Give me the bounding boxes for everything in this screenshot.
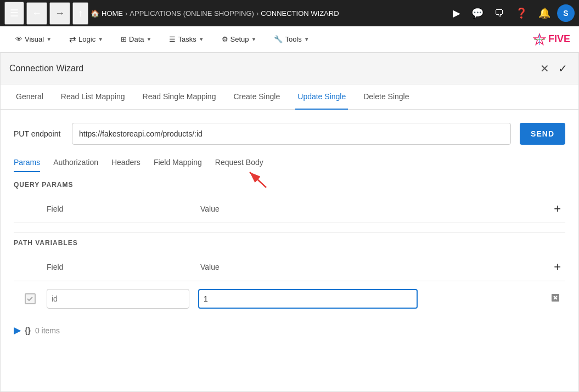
toolbar-logic[interactable]: ⇄ Logic ▼ bbox=[63, 30, 110, 49]
panel-header: Connection Wizard ✕ ✓ bbox=[1, 53, 578, 84]
up-icon[interactable]: ↑ bbox=[72, 2, 88, 25]
path-variables-section: PATH VARIABLES Field Value + bbox=[14, 232, 565, 312]
section-divider bbox=[14, 232, 565, 232]
five-star-icon bbox=[533, 33, 546, 46]
breadcrumb-sep-2: › bbox=[256, 9, 258, 18]
send-button[interactable]: SEND bbox=[520, 123, 565, 145]
row-checkbox[interactable] bbox=[25, 293, 36, 304]
tab-create-single[interactable]: Create Single bbox=[231, 84, 282, 110]
panel-header-icons: ✕ ✓ bbox=[538, 60, 570, 77]
eye-icon: 👁 bbox=[15, 35, 23, 43]
query-params-table-header: Field Value + bbox=[14, 195, 565, 223]
check-icon[interactable]: ✓ bbox=[556, 60, 570, 77]
tasks-icon: ☰ bbox=[169, 35, 176, 43]
endpoint-input[interactable] bbox=[72, 123, 511, 145]
panel-body: PUT endpoint SEND Params Authorization H… bbox=[1, 110, 578, 391]
path-value-header: Value bbox=[200, 263, 549, 271]
grid-icon: ⊞ bbox=[121, 35, 127, 43]
checkbox-check-icon bbox=[26, 295, 34, 303]
breadcrumb-sep-1: › bbox=[125, 9, 127, 18]
home-icon: 🏠 bbox=[91, 9, 99, 18]
delete-icon bbox=[550, 292, 561, 303]
menu-icon[interactable]: ☰ bbox=[4, 2, 24, 25]
subtab-params[interactable]: Params bbox=[14, 158, 40, 172]
endpoint-row: PUT endpoint SEND bbox=[14, 123, 565, 145]
forward-icon[interactable]: → bbox=[49, 2, 70, 25]
breadcrumb-app[interactable]: APPLICATIONS (ONLINE SHOPPING) bbox=[130, 9, 254, 18]
query-value-header: Value bbox=[200, 204, 549, 213]
gear-icon: ⚙ bbox=[222, 35, 228, 43]
toolbar-data[interactable]: ⊞ Data ▼ bbox=[114, 31, 158, 48]
panel-title: Connection Wizard bbox=[9, 64, 83, 73]
tasks-dropdown-arrow: ▼ bbox=[199, 36, 204, 42]
table-row bbox=[14, 286, 565, 312]
delete-row-button[interactable] bbox=[546, 290, 565, 308]
add-query-param-button[interactable]: + bbox=[549, 200, 565, 218]
subtab-request-body[interactable]: Request Body bbox=[215, 158, 263, 172]
json-items-count: 0 items bbox=[35, 326, 60, 335]
path-field-header: Field bbox=[47, 263, 200, 271]
logic-icon: ⇄ bbox=[69, 35, 76, 44]
notification-icon[interactable]: 🔔 bbox=[534, 3, 555, 24]
avatar[interactable]: S bbox=[557, 4, 575, 22]
toolbar-tasks[interactable]: ☰ Tasks ▼ bbox=[162, 31, 210, 48]
breadcrumb: 🏠 HOME › APPLICATIONS (ONLINE SHOPPING) … bbox=[91, 9, 339, 18]
subtab-authorization[interactable]: Authorization bbox=[53, 158, 98, 172]
back-icon[interactable]: ← bbox=[26, 2, 47, 25]
path-field-input[interactable] bbox=[47, 289, 189, 309]
sub-tabs: Params Authorization Headers Field Mappi… bbox=[14, 158, 565, 172]
json-braces-icon: {} bbox=[25, 326, 31, 335]
expand-icon[interactable]: ▶ bbox=[14, 325, 20, 336]
data-dropdown-arrow: ▼ bbox=[147, 36, 152, 42]
toolbar-visual[interactable]: 👁 Visual ▼ bbox=[9, 31, 58, 48]
toolbar-setup[interactable]: ⚙ Setup ▼ bbox=[215, 31, 263, 48]
toolbar-tools-label: Tools bbox=[285, 35, 301, 43]
message-icon[interactable]: 🗨 bbox=[490, 3, 509, 24]
play-icon[interactable]: ▶ bbox=[448, 3, 465, 24]
setup-dropdown-arrow: ▼ bbox=[251, 36, 257, 42]
subtab-field-mapping[interactable]: Field Mapping bbox=[154, 158, 202, 172]
query-params-header: QUERY PARAMS bbox=[14, 181, 565, 189]
path-variables-table-header: Field Value + bbox=[14, 253, 565, 281]
tab-general[interactable]: General bbox=[14, 84, 46, 110]
main-toolbar: 👁 Visual ▼ ⇄ Logic ▼ ⊞ Data ▼ ☰ Tasks ▼ … bbox=[0, 26, 579, 53]
tab-delete-single[interactable]: Delete Single bbox=[361, 84, 411, 110]
tools-icon: 🔧 bbox=[274, 35, 283, 43]
subtab-headers[interactable]: Headers bbox=[111, 158, 140, 172]
logic-dropdown-arrow: ▼ bbox=[98, 36, 103, 42]
toolbar-data-label: Data bbox=[129, 35, 144, 43]
add-path-variable-button[interactable]: + bbox=[549, 258, 565, 276]
tab-update-single[interactable]: Update Single bbox=[295, 84, 348, 110]
visual-dropdown-arrow: ▼ bbox=[46, 36, 52, 42]
chat-icon[interactable]: 💬 bbox=[467, 3, 488, 24]
five-label: FIVE bbox=[548, 33, 570, 45]
nav-right-icons: ▶ 💬 🗨 ❓ 🔔 S bbox=[448, 3, 575, 24]
top-navigation: ☰ ← → ↑ 🏠 HOME › APPLICATIONS (ONLINE SH… bbox=[0, 0, 579, 26]
tab-read-list[interactable]: Read List Mapping bbox=[59, 84, 127, 110]
query-field-header: Field bbox=[47, 204, 200, 213]
main-tabs: General Read List Mapping Read Single Ma… bbox=[1, 84, 578, 110]
help-icon[interactable]: ❓ bbox=[511, 3, 532, 24]
connection-wizard-panel: Connection Wizard ✕ ✓ General Read List … bbox=[0, 53, 579, 392]
tools-dropdown-arrow: ▼ bbox=[304, 36, 310, 42]
breadcrumb-current[interactable]: CONNECTION WIZARD bbox=[261, 9, 339, 18]
tab-read-single[interactable]: Read Single Mapping bbox=[140, 84, 218, 110]
endpoint-label: PUT endpoint bbox=[14, 129, 63, 138]
checkbox-cell bbox=[14, 293, 47, 304]
toolbar-setup-label: Setup bbox=[231, 35, 249, 43]
breadcrumb-home[interactable]: HOME bbox=[102, 9, 123, 18]
main-content: Connection Wizard ✕ ✓ General Read List … bbox=[0, 53, 579, 392]
five-logo: FIVE bbox=[533, 33, 570, 46]
close-icon[interactable]: ✕ bbox=[538, 60, 552, 77]
toolbar-visual-label: Visual bbox=[25, 35, 44, 43]
toolbar-tools[interactable]: 🔧 Tools ▼ bbox=[267, 31, 316, 48]
path-value-input[interactable] bbox=[198, 289, 418, 309]
toolbar-logic-label: Logic bbox=[78, 35, 95, 43]
json-output-row: ▶ {} 0 items bbox=[14, 325, 565, 336]
path-variables-header: PATH VARIABLES bbox=[14, 239, 565, 247]
toolbar-tasks-label: Tasks bbox=[178, 35, 196, 43]
